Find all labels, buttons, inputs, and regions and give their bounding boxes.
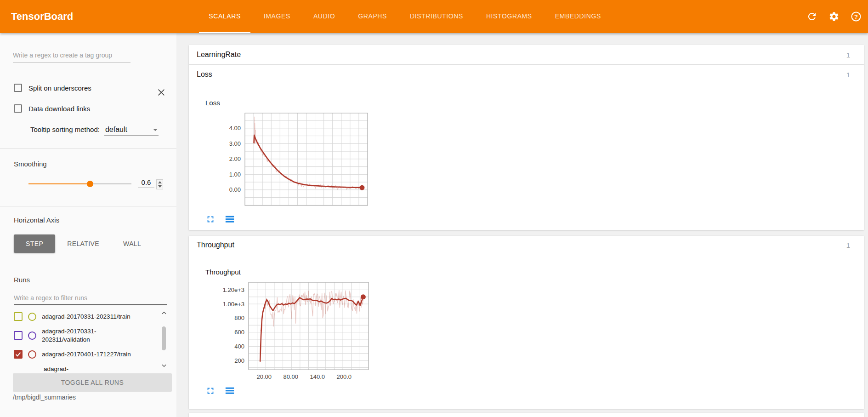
tooltip-sorting-row: Tooltip sorting method: default — [30, 125, 159, 136]
section-header-learningrate[interactable]: LearningRate 1 — [189, 45, 864, 65]
data-list-icon[interactable] — [225, 214, 235, 224]
section-title: Throughput — [197, 241, 234, 249]
data-list-icon[interactable] — [225, 386, 235, 396]
loss-chart-card: Loss 0.001.002.003.004.00 — [205, 99, 376, 211]
app-title: TensorBoard — [0, 0, 73, 33]
section-count-badge: 1 — [846, 241, 850, 249]
throughput-chart-title: Throughput — [205, 268, 376, 276]
tab-audio[interactable]: AUDIO — [304, 0, 345, 33]
fullscreen-icon[interactable] — [205, 214, 216, 224]
run-checkbox[interactable] — [14, 331, 23, 340]
run-item: adagrad-20170331-202311/validation — [14, 324, 159, 347]
split-on-underscores-checkbox[interactable] — [14, 84, 22, 92]
svg-text:80.00: 80.00 — [284, 373, 299, 380]
svg-text:4.00: 4.00 — [229, 125, 241, 131]
axis-button-wall[interactable]: WALL — [111, 234, 153, 253]
option-data-download-links: Data download links — [14, 104, 90, 113]
smoothing-slider-row: 0.6 — [28, 179, 166, 189]
scroll-down-icon[interactable] — [161, 362, 167, 369]
run-list: adagrad-20170331-202311/trainadagrad-201… — [14, 309, 159, 373]
section-title: LearningRate — [197, 51, 241, 59]
smoothing-slider-fill — [28, 183, 90, 184]
runs-regex-filter-input[interactable] — [14, 291, 167, 305]
fullscreen-icon[interactable] — [205, 386, 216, 396]
tooltip-sorting-label: Tooltip sorting method: — [30, 126, 100, 133]
divider — [0, 149, 176, 149]
divider — [0, 266, 176, 266]
svg-text:400: 400 — [234, 343, 244, 350]
divider — [0, 206, 176, 206]
tensorboard-app: TensorBoard SCALARSIMAGESAUDIOGRAPHSDIST… — [0, 0, 868, 417]
tab-graphs[interactable]: GRAPHS — [348, 0, 397, 33]
dropdown-arrow-icon — [153, 129, 158, 131]
run-label: adagrad-20170331-202311/validation — [42, 327, 139, 343]
tab-histograms[interactable]: HISTOGRAMS — [477, 0, 542, 33]
run-checkbox[interactable] — [14, 312, 23, 321]
option-split-on-underscores: Split on underscores — [14, 84, 91, 92]
close-icon[interactable] — [156, 87, 166, 97]
throughput-chart-card: Throughput 2004006008001.00e+31.20e+320.… — [205, 268, 376, 385]
svg-text:600: 600 — [234, 329, 244, 336]
svg-text:1.00e+3: 1.00e+3 — [223, 301, 244, 308]
svg-text:200: 200 — [234, 357, 244, 364]
svg-text:?: ? — [854, 13, 858, 20]
run-color-radio[interactable] — [28, 350, 36, 359]
run-list-scrollbar — [160, 310, 168, 369]
smoothing-slider-knob[interactable] — [87, 181, 93, 187]
section-count-badge: 1 — [846, 71, 850, 79]
main-content: LearningRate 1 Loss 1 Loss 0.001.002.003… — [176, 33, 868, 417]
tooltip-sorting-dropdown[interactable]: default — [104, 125, 159, 136]
stepper-down-icon[interactable] — [158, 185, 162, 188]
data-download-links-label: Data download links — [28, 105, 90, 113]
app-header: TensorBoard SCALARSIMAGESAUDIOGRAPHSDIST… — [0, 0, 868, 33]
horizontal-axis-buttons: STEPRELATIVEWALL — [14, 234, 153, 253]
section-title: Loss — [197, 70, 212, 79]
stepper-up-icon[interactable] — [158, 181, 162, 183]
section-next-peek — [189, 413, 864, 417]
section-header-throughput[interactable]: Throughput 1 — [189, 236, 864, 254]
scroll-up-icon[interactable] — [161, 310, 167, 316]
run-color-radio[interactable] — [28, 331, 36, 340]
refresh-icon[interactable] — [806, 11, 817, 22]
sidebar: Split on underscores Data download links… — [0, 33, 176, 417]
help-icon[interactable]: ? — [851, 11, 862, 22]
svg-text:2.00: 2.00 — [229, 155, 241, 162]
svg-text:20.00: 20.00 — [257, 373, 272, 380]
horizontal-axis-heading: Horizontal Axis — [14, 216, 59, 224]
data-download-links-checkbox[interactable] — [14, 104, 22, 113]
run-label: adagrad- — [44, 365, 141, 373]
section-loss: Loss 1 Loss 0.001.002.003.004.00 — [189, 65, 864, 230]
scrollbar-thumb[interactable] — [162, 326, 166, 350]
run-label: adagrad-20170331-202311/train — [42, 313, 139, 321]
tab-scalars[interactable]: SCALARS — [199, 0, 250, 33]
smoothing-heading: Smoothing — [14, 160, 47, 168]
tag-group-regex-input[interactable] — [13, 48, 130, 63]
settings-icon[interactable] — [828, 11, 840, 22]
tooltip-sorting-value: default — [105, 126, 127, 133]
section-throughput: Throughput 1 Throughput 2004006008001.00… — [189, 236, 864, 409]
run-item: adagrad-20170331-202311/train — [14, 309, 159, 324]
svg-text:140.0: 140.0 — [310, 373, 325, 380]
run-checkbox[interactable] — [14, 350, 23, 359]
tab-distributions[interactable]: DISTRIBUTIONS — [400, 0, 473, 33]
runs-heading: Runs — [14, 276, 30, 284]
tab-bar: SCALARSIMAGESAUDIOGRAPHSDISTRIBUTIONSHIS… — [197, 0, 613, 33]
tab-embeddings[interactable]: EMBEDDINGS — [545, 0, 611, 33]
axis-button-relative[interactable]: RELATIVE — [55, 234, 111, 253]
smoothing-stepper[interactable] — [156, 179, 163, 189]
section-header-loss[interactable]: Loss 1 — [189, 65, 864, 84]
svg-text:200.0: 200.0 — [337, 373, 352, 380]
tab-images[interactable]: IMAGES — [254, 0, 300, 33]
smoothing-value[interactable]: 0.6 — [138, 178, 154, 188]
toggle-all-runs-button[interactable]: TOGGLE ALL RUNS — [13, 373, 172, 392]
log-directory-path: /tmp/bigdl_summaries — [13, 394, 76, 401]
header-icons: ? — [806, 0, 862, 33]
throughput-chart[interactable]: 2004006008001.00e+31.20e+320.0080.00140.… — [205, 278, 376, 383]
axis-button-step[interactable]: STEP — [14, 234, 55, 253]
svg-text:3.00: 3.00 — [229, 140, 241, 147]
loss-chart-actions — [205, 214, 235, 224]
run-color-radio[interactable] — [28, 313, 36, 321]
svg-text:1.20e+3: 1.20e+3 — [223, 286, 244, 293]
svg-text:1.00: 1.00 — [229, 171, 241, 178]
loss-chart[interactable]: 0.001.002.003.004.00 — [205, 109, 376, 209]
